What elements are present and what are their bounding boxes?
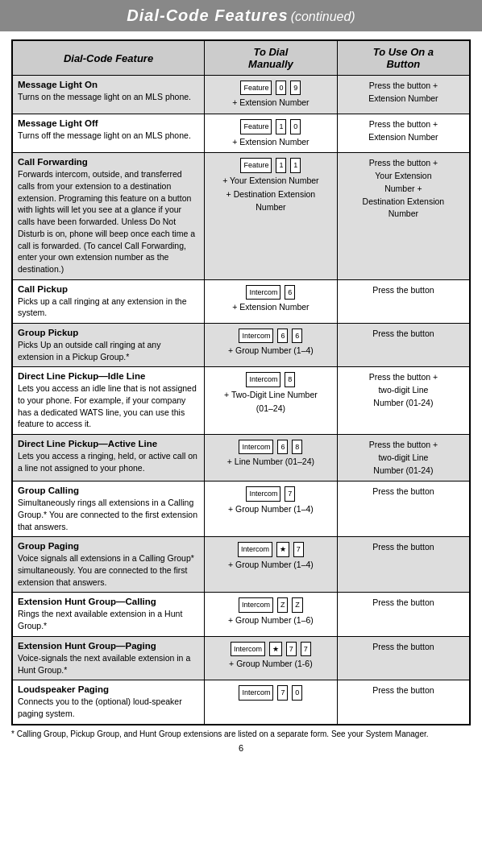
key-button: Intercom <box>231 642 265 656</box>
feature-cell: Extension Hunt Group—PagingVoice-signals… <box>12 636 205 680</box>
header-manual: To DialManually <box>205 40 338 76</box>
dial-button-cell: Press the button <box>337 482 470 537</box>
key-button: Intercom <box>239 597 273 612</box>
key-button: Intercom <box>239 440 273 454</box>
feature-desc: Connects you to the (optional) loud-spea… <box>18 696 182 718</box>
table-row: Message Light OnTurns on the message lig… <box>12 76 470 114</box>
feature-cell: Message Light OffTurns off the message l… <box>12 114 205 153</box>
dial-manual-cell: Intercom ★ 7+ Group Number (1–4) <box>205 537 338 593</box>
key-button: 6 <box>277 440 288 454</box>
feature-cell: Loudspeaker PagingConnects you to the (o… <box>12 680 205 725</box>
feature-cell: Direct Line Pickup—Idle LineLets you acc… <box>12 367 205 435</box>
dial-button-cell: Press the button +Your ExtensionNumber +… <box>337 153 470 279</box>
dial-button-cell: Press the button <box>337 680 470 725</box>
dial-manual-cell: Feature 1 0+ Extension Number <box>205 114 338 153</box>
title-bar: Dial-Code Features (continued) <box>0 0 482 31</box>
key-button: 8 <box>285 372 295 386</box>
key-button: Feature <box>240 119 272 134</box>
table-row: Extension Hunt Group—CallingRings the ne… <box>12 593 470 636</box>
dial-manual-cell: Intercom 7 0 <box>205 680 338 725</box>
feature-desc: Voice signals all extensions in a Callin… <box>18 553 194 586</box>
dial-button-cell: Press the button <box>337 279 470 323</box>
key-button: 0 <box>290 119 301 134</box>
dial-button-cell: Press the button +two-digit LineNumber (… <box>337 435 470 482</box>
key-button: ★ <box>269 642 282 656</box>
dial-button-cell: Press the button <box>337 537 470 593</box>
feature-cell: Group CallingSimultaneously rings all ex… <box>12 482 205 537</box>
key-button: 1 <box>276 119 286 134</box>
dial-manual-cell: Feature 0 9+ Extension Number <box>205 76 338 114</box>
feature-name: Direct Line Pickup—Idle Line <box>18 371 199 381</box>
header-button: To Use On aButton <box>337 40 470 76</box>
key-button: 8 <box>292 440 302 454</box>
key-button: 9 <box>290 81 301 95</box>
key-button: Intercom <box>246 486 280 501</box>
feature-name: Call Pickup <box>18 284 199 294</box>
feature-cell: Group PickupPicks Up an outside call rin… <box>12 323 205 366</box>
table-header-row: Dial-Code Feature To DialManually To Use… <box>12 40 470 76</box>
feature-desc: Picks Up an outside call ringing at any … <box>18 340 160 362</box>
key-button: 1 <box>276 158 286 172</box>
feature-desc: Turns off the message light on an MLS ph… <box>18 130 191 140</box>
table-row: Message Light OffTurns off the message l… <box>12 114 470 153</box>
feature-name: Direct Line Pickup—Active Line <box>18 439 199 448</box>
header-feature: Dial-Code Feature <box>12 40 205 76</box>
feature-desc: Turns on the message light on an MLS pho… <box>18 92 191 101</box>
table-row: Group PagingVoice signals all extensions… <box>12 537 470 593</box>
feature-cell: Call PickupPicks up a call ringing at an… <box>12 279 205 323</box>
key-button: Z <box>277 597 289 612</box>
feature-desc: Lets you access a ringing, held, or acti… <box>18 451 197 473</box>
table-row: Direct Line Pickup—Active LineLets you a… <box>12 435 470 482</box>
feature-desc: Picks up a call ringing at any extension… <box>18 296 187 318</box>
key-button: 1 <box>290 158 301 172</box>
key-button: 7 <box>285 486 295 501</box>
feature-name: Extension Hunt Group—Paging <box>18 641 199 651</box>
key-button: 7 <box>277 685 288 700</box>
main-table: Dial-Code Feature To DialManually To Use… <box>11 39 471 725</box>
feature-desc: Simultaneously rings all extensions in a… <box>18 498 197 531</box>
dial-button-cell: Press the button +Extension Number <box>337 76 470 114</box>
key-button: 6 <box>292 329 302 343</box>
dial-button-cell: Press the button +Extension Number <box>337 114 470 153</box>
feature-desc: Voice-signals the next available extensi… <box>18 653 190 675</box>
table-row: Call ForwardingForwards intercom, outsid… <box>12 153 470 279</box>
feature-cell: Direct Line Pickup—Active LineLets you a… <box>12 435 205 482</box>
page-wrapper: Dial-Code Features (continued) Dial-Code… <box>0 0 482 753</box>
feature-cell: Extension Hunt Group—CallingRings the ne… <box>12 593 205 636</box>
key-button: 7 <box>293 542 304 556</box>
key-button: Intercom <box>246 372 280 386</box>
dial-button-cell: Press the button <box>337 593 470 636</box>
key-button: Feature <box>240 158 272 172</box>
dial-manual-cell: Feature 1 1+ Your Extension Number+ Dest… <box>205 153 338 279</box>
page-number: 6 <box>0 743 482 753</box>
key-button: Z <box>292 597 303 612</box>
feature-desc: Rings the next available extension in a … <box>18 609 182 630</box>
key-button: Intercom <box>239 329 273 343</box>
dial-button-cell: Press the button <box>337 323 470 366</box>
dial-manual-cell: Intercom Z Z+ Group Number (1–6) <box>205 593 338 636</box>
key-button: Feature <box>240 81 272 95</box>
feature-name: Call Forwarding <box>18 157 199 167</box>
feature-name: Group Calling <box>18 486 199 495</box>
dial-manual-cell: Intercom ★ 7 7+ Group Number (1-6) <box>205 636 338 680</box>
feature-desc: Lets you access an idle line that is not… <box>18 383 197 428</box>
page-title: Dial-Code Features <box>127 6 288 24</box>
feature-name: Group Pickup <box>18 328 199 337</box>
table-row: Call PickupPicks up a call ringing at an… <box>12 279 470 323</box>
key-button: Intercom <box>239 685 273 700</box>
table-row: Group CallingSimultaneously rings all ex… <box>12 482 470 537</box>
dial-manual-cell: Intercom 6 8+ Line Number (01–24) <box>205 435 338 482</box>
feature-cell: Call ForwardingForwards intercom, outsid… <box>12 153 205 279</box>
table-row: Loudspeaker PagingConnects you to the (o… <box>12 680 470 725</box>
key-button: 7 <box>301 642 311 656</box>
dial-manual-cell: Intercom 6 6+ Group Number (1–4) <box>205 323 338 366</box>
feature-desc: Forwards intercom, outside, and transfer… <box>18 169 195 274</box>
key-button: 6 <box>277 329 288 343</box>
key-button: 0 <box>292 685 302 700</box>
key-button: Intercom <box>238 542 272 556</box>
dial-manual-cell: Intercom 6+ Extension Number <box>205 279 338 323</box>
feature-cell: Message Light OnTurns on the message lig… <box>12 76 205 114</box>
feature-name: Extension Hunt Group—Calling <box>18 597 199 606</box>
key-button: 0 <box>276 81 286 95</box>
dial-manual-cell: Intercom 7+ Group Number (1–4) <box>205 482 338 537</box>
